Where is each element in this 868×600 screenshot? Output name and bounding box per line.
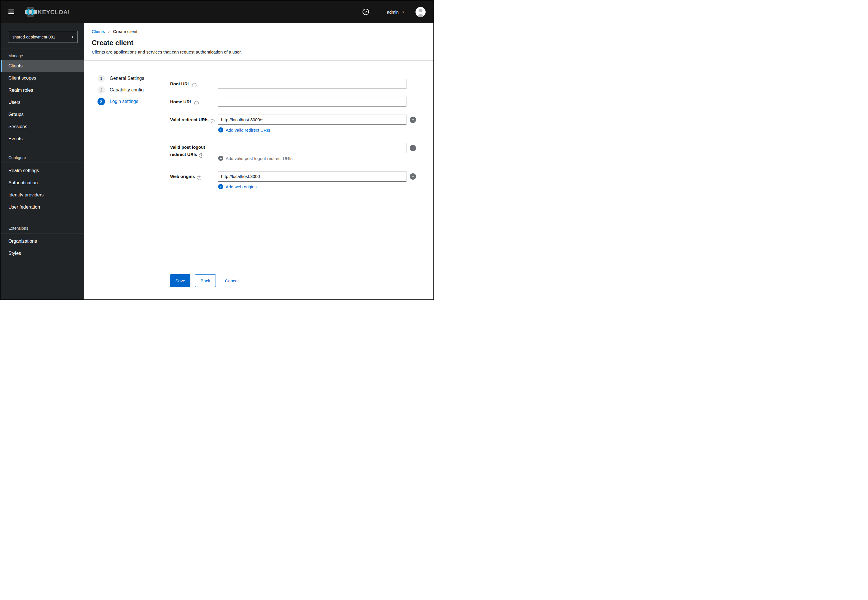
wizard-step-general-settings[interactable]: 1 General Settings — [97, 75, 163, 82]
help-icon[interactable]: ? — [192, 83, 197, 87]
sidebar-item-clients[interactable]: Clients — [1, 60, 84, 72]
main-content: Clients › Create client Create client Cl… — [84, 23, 433, 299]
sidebar-item-user-federation[interactable]: User federation — [1, 201, 84, 213]
form-row-post-logout-redirect-uris: Valid post logout redirect URIs? − + Add… — [170, 143, 416, 161]
remove-redirect-uri-button[interactable]: − — [410, 117, 416, 123]
nav-toggle-button[interactable] — [8, 9, 14, 14]
keycloak-logo: KEYCLOAK — [24, 6, 68, 17]
form-row-valid-redirect-uris: Valid redirect URIs? − + Add valid redir… — [170, 115, 416, 132]
sidebar-item-groups[interactable]: Groups — [1, 109, 84, 121]
masthead: KEYCLOAK ? admin ▾ — [1, 1, 433, 23]
web-origin-input[interactable] — [218, 171, 406, 182]
save-button[interactable]: Save — [170, 274, 190, 287]
question-mark-glyph: ? — [365, 10, 367, 14]
hamburger-icon — [8, 13, 14, 14]
minus-icon: − — [411, 174, 414, 179]
avatar[interactable] — [415, 7, 426, 17]
valid-redirect-uri-input[interactable] — [218, 115, 406, 125]
sidebar-item-events[interactable]: Events — [1, 133, 84, 145]
wizard-step-capability-config[interactable]: 2 Capability config — [97, 86, 163, 94]
sidebar-item-styles[interactable]: Styles — [1, 247, 84, 259]
breadcrumb-current: Create client — [113, 29, 138, 34]
web-origins-label: Web origins? — [170, 171, 218, 189]
form-row-web-origins: Web origins? − + Add web origins — [170, 171, 416, 189]
username: admin — [387, 9, 399, 14]
wizard-steps-nav: 1 General Settings 2 Capability config 3… — [84, 61, 163, 299]
remove-post-logout-uri-button[interactable]: − — [410, 145, 416, 151]
sidebar-item-realm-roles[interactable]: Realm roles — [1, 84, 84, 96]
nav-divider — [1, 233, 84, 233]
avatar-shoulders — [417, 14, 424, 17]
nav-section-manage: Manage — [8, 53, 84, 58]
nav-list-configure: Realm settings Authentication Identity p… — [1, 165, 84, 213]
step-number-badge: 3 — [97, 98, 105, 105]
plus-icon: + — [218, 127, 223, 132]
post-logout-redirect-uris-field: − + Add valid post logout redirect URIs — [218, 143, 416, 161]
sidebar-item-identity-providers[interactable]: Identity providers — [1, 189, 84, 201]
help-icon[interactable]: ? — [211, 119, 215, 123]
minus-icon: − — [411, 117, 414, 122]
add-web-origin-button[interactable]: + Add web origins — [218, 184, 257, 189]
app-body: shared-deployment-001 ▾ Manage Clients C… — [1, 23, 433, 299]
chevron-down-icon: ▾ — [72, 35, 73, 38]
root-url-field — [218, 79, 416, 89]
hamburger-icon — [8, 9, 14, 11]
avatar-head — [419, 9, 423, 12]
realm-name: shared-deployment-001 — [12, 35, 55, 39]
post-logout-redirect-uris-label: Valid post logout redirect URIs? — [170, 143, 218, 161]
keycloak-logo-icon: KEYCLOAK — [24, 6, 68, 17]
nav-list-extensions: Organizations Styles — [1, 235, 84, 259]
home-url-input[interactable] — [218, 97, 406, 107]
help-icon[interactable]: ? — [197, 176, 201, 180]
cancel-button[interactable]: Cancel — [225, 274, 239, 287]
step-label: Login settings — [110, 99, 138, 104]
sidebar: shared-deployment-001 ▾ Manage Clients C… — [1, 23, 84, 299]
post-logout-redirect-uri-input[interactable] — [218, 143, 406, 153]
valid-redirect-uris-label: Valid redirect URIs? — [170, 115, 218, 132]
sidebar-item-authentication[interactable]: Authentication — [1, 177, 84, 189]
help-icon[interactable]: ? — [362, 9, 369, 15]
realm-selector[interactable]: shared-deployment-001 ▾ — [8, 31, 77, 43]
remove-web-origin-button[interactable]: − — [410, 173, 416, 180]
chevron-down-icon: ▾ — [403, 11, 404, 14]
sidebar-item-organizations[interactable]: Organizations — [1, 235, 84, 247]
keycloak-admin-console: KEYCLOAK ? admin ▾ shared-deployment-001 — [0, 0, 434, 300]
step-number-badge: 2 — [97, 86, 105, 94]
wizard-step-login-settings[interactable]: 3 Login settings — [97, 98, 163, 105]
step-label: Capability config — [110, 87, 144, 92]
nav-section-extensions: Extensions — [8, 226, 84, 230]
sidebar-item-client-scopes[interactable]: Client scopes — [1, 72, 84, 84]
nav-divider — [1, 162, 84, 163]
breadcrumb-clients-link[interactable]: Clients — [92, 29, 105, 34]
minus-icon: − — [411, 146, 414, 150]
create-client-wizard: 1 General Settings 2 Capability config 3… — [84, 61, 433, 299]
form-row-home-url: Home URL? — [170, 97, 416, 107]
plus-icon: + — [218, 184, 223, 189]
home-url-label: Home URL? — [170, 97, 218, 107]
sidebar-item-users[interactable]: Users — [1, 96, 84, 109]
sidebar-item-realm-settings[interactable]: Realm settings — [1, 165, 84, 177]
root-url-input[interactable] — [218, 79, 406, 89]
help-icon[interactable]: ? — [194, 101, 199, 105]
brand-text: KEYCLOAK — [38, 9, 68, 15]
hamburger-icon — [8, 12, 14, 12]
login-settings-form: Root URL? Home URL? — [163, 61, 433, 299]
form-row-root-url: Root URL? — [170, 79, 416, 89]
root-url-label: Root URL? — [170, 79, 218, 89]
page-title: Create client — [92, 38, 433, 47]
web-origins-field: − + Add web origins — [218, 171, 416, 189]
add-post-logout-uri-button[interactable]: + Add valid post logout redirect URIs — [218, 156, 292, 161]
help-icon[interactable]: ? — [199, 153, 203, 158]
back-button[interactable]: Back — [195, 274, 215, 287]
sidebar-item-sessions[interactable]: Sessions — [1, 121, 84, 133]
add-valid-redirect-uri-button[interactable]: + Add valid redirect URIs — [218, 127, 270, 132]
step-number-badge: 1 — [97, 75, 105, 82]
user-menu[interactable]: admin ▾ — [387, 9, 404, 14]
realm-selector-area: shared-deployment-001 ▾ — [1, 23, 84, 49]
plus-icon: + — [218, 156, 223, 161]
masthead-actions: ? admin ▾ — [362, 7, 426, 17]
nav-section-configure: Configure — [8, 155, 84, 160]
breadcrumb-separator-icon: › — [108, 29, 110, 34]
valid-redirect-uris-field: − + Add valid redirect URIs — [218, 115, 416, 132]
page-subtitle: Clients are applications and services th… — [92, 49, 433, 55]
